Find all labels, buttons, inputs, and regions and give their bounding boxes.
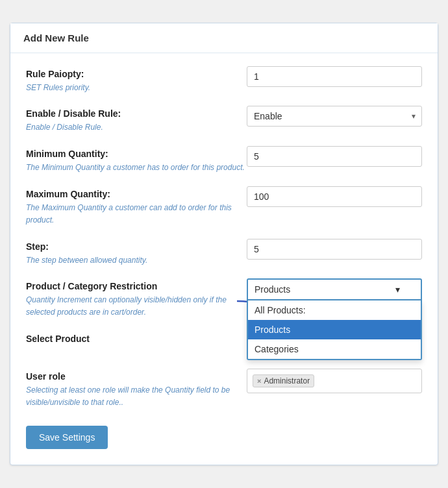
product-category-restriction-display[interactable]: Products ▾ xyxy=(247,278,422,300)
max-quantity-hint: The Maximum Quantity a customer can add … xyxy=(26,203,232,225)
save-section: Save Settings xyxy=(26,421,422,449)
product-category-restriction-hint: Quantity Increment can optionally visibl… xyxy=(26,295,227,317)
tag-administrator: × Administrator xyxy=(253,374,314,387)
chevron-down-icon: ▾ xyxy=(395,284,400,295)
user-role-label-col: User role Selecting at least one role wi… xyxy=(26,369,247,408)
enable-disable-control: Enable Disable ▾ xyxy=(247,106,422,127)
product-category-restriction-label-col: Product / Category Restriction Quantity … xyxy=(26,278,247,318)
dropdown-option-all-products[interactable]: All Products: xyxy=(248,300,421,320)
enable-disable-select-wrapper: Enable Disable ▾ xyxy=(247,106,422,127)
select-product-label-col: Select Product xyxy=(26,331,247,346)
select-product-label: Select Product xyxy=(26,334,247,344)
max-quantity-row: Maximum Quantity: The Maximum Quantity a… xyxy=(26,186,422,226)
save-settings-button[interactable]: Save Settings xyxy=(26,426,108,449)
min-quantity-label: Minimum Quantity: xyxy=(26,149,247,159)
step-control xyxy=(247,239,422,260)
product-category-restriction-dropdown[interactable]: Products ▾ All Products: Products Catego… xyxy=(247,278,422,300)
product-category-restriction-list: All Products: Products Categories xyxy=(247,300,422,360)
panel-body: Rule Paiорty: SET Rules priority. Enable… xyxy=(10,53,438,465)
panel-title: Add New Rule xyxy=(10,23,438,53)
enable-disable-label-col: Enable / Disable Rule: Enable / Disable … xyxy=(26,106,247,133)
min-quantity-control xyxy=(247,146,422,167)
step-input[interactable] xyxy=(247,239,422,260)
rule-priority-input[interactable] xyxy=(247,66,422,87)
enable-disable-hint: Enable / Disable Rule. xyxy=(26,123,103,132)
dropdown-option-products[interactable]: Products xyxy=(248,320,421,339)
rule-priority-hint: SET Rules priority. xyxy=(26,83,90,92)
min-quantity-row: Minimum Quantity: The Minimum Quantity a… xyxy=(26,146,422,173)
min-quantity-label-col: Minimum Quantity: The Minimum Quantity a… xyxy=(26,146,247,173)
user-role-hint: Selecting at least one role will make th… xyxy=(26,385,230,407)
enable-disable-label: Enable / Disable Rule: xyxy=(26,108,247,119)
step-row: Step: The step between allowed quantity. xyxy=(26,239,422,266)
product-category-restriction-control: Products ▾ All Products: Products Catego… xyxy=(247,278,422,300)
rule-priority-row: Rule Paiорty: SET Rules priority. xyxy=(26,66,422,93)
step-label-col: Step: The step between allowed quantity. xyxy=(26,239,247,266)
user-role-label: User role xyxy=(26,371,247,382)
user-role-control: × Administrator xyxy=(247,369,422,393)
enable-disable-select[interactable]: Enable Disable xyxy=(247,106,422,127)
max-quantity-input[interactable] xyxy=(247,186,422,207)
max-quantity-control xyxy=(247,186,422,207)
min-quantity-input[interactable] xyxy=(247,146,422,167)
step-hint: The step between allowed quantity. xyxy=(26,256,147,265)
rule-priority-control xyxy=(247,66,422,87)
product-category-restriction-label: Product / Category Restriction xyxy=(26,281,247,291)
tag-administrator-remove[interactable]: × xyxy=(257,377,261,385)
panel-title-text: Add New Rule xyxy=(23,32,89,43)
tag-administrator-label: Administrator xyxy=(264,376,310,385)
max-quantity-label: Maximum Quantity: xyxy=(26,189,247,199)
max-quantity-label-col: Maximum Quantity: The Maximum Quantity a… xyxy=(26,186,247,226)
enable-disable-row: Enable / Disable Rule: Enable / Disable … xyxy=(26,106,422,133)
rule-priority-label: Rule Paiорty: xyxy=(26,69,247,79)
dropdown-option-categories[interactable]: Categories xyxy=(248,339,421,359)
product-category-selected-value: Products xyxy=(255,284,290,295)
user-role-tags[interactable]: × Administrator xyxy=(247,369,422,393)
product-category-restriction-row: Product / Category Restriction Quantity … xyxy=(26,278,422,318)
min-quantity-hint: The Minimum Quantity a customer has to o… xyxy=(26,163,245,172)
step-label: Step: xyxy=(26,241,247,252)
add-new-rule-panel: Add New Rule Rule Paiорty: SET Rules pri… xyxy=(10,23,438,466)
rule-priority-label-col: Rule Paiорty: SET Rules priority. xyxy=(26,66,247,93)
user-role-row: User role Selecting at least one role wi… xyxy=(26,369,422,408)
